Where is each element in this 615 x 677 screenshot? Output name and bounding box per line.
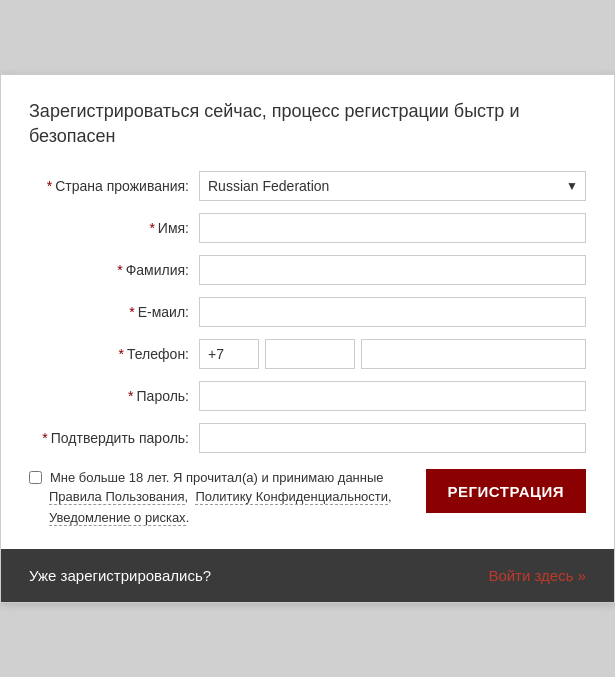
confirm-input[interactable] bbox=[199, 423, 586, 453]
phone-inputs-group bbox=[199, 339, 586, 369]
phone-area-input[interactable] bbox=[265, 339, 355, 369]
surname-row: *Фамилия: bbox=[29, 255, 586, 285]
country-row: *Страна проживания: Russian Federation ▼ bbox=[29, 171, 586, 201]
action-row: Мне больше 18 лет. Я прочитал(а) и прини… bbox=[29, 469, 586, 529]
phone-number-input[interactable] bbox=[361, 339, 586, 369]
phone-label: *Телефон: bbox=[29, 346, 199, 362]
required-star-email: * bbox=[129, 304, 134, 320]
confirm-row: *Подтвердить пароль: bbox=[29, 423, 586, 453]
terms-block: Мне больше 18 лет. Я прочитал(а) и прини… bbox=[29, 469, 414, 529]
password-row: *Пароль: bbox=[29, 381, 586, 411]
password-input[interactable] bbox=[199, 381, 586, 411]
terms-checkbox[interactable] bbox=[29, 471, 42, 484]
risk-link[interactable]: Уведомление о рисках bbox=[49, 510, 186, 526]
country-select[interactable]: Russian Federation bbox=[199, 171, 586, 201]
email-label: *Е-маил: bbox=[29, 304, 199, 320]
register-button[interactable]: РЕГИСТРАЦИЯ bbox=[426, 469, 586, 513]
email-input[interactable] bbox=[199, 297, 586, 327]
name-input[interactable] bbox=[199, 213, 586, 243]
page-title: Зарегистрироваться сейчас, процесс регис… bbox=[29, 99, 586, 149]
required-star-phone: * bbox=[119, 346, 124, 362]
confirm-label: *Подтвердить пароль: bbox=[29, 430, 199, 446]
already-registered-text: Уже зарегистрировались? bbox=[29, 567, 211, 584]
registration-container: Зарегистрироваться сейчас, процесс регис… bbox=[0, 74, 615, 603]
required-star-confirm: * bbox=[42, 430, 47, 446]
required-star-surname: * bbox=[117, 262, 122, 278]
required-star: * bbox=[47, 178, 52, 194]
name-row: *Имя: bbox=[29, 213, 586, 243]
checkbox-links: Правила Пользования, Политику Конфиденци… bbox=[49, 487, 414, 529]
terms-link[interactable]: Правила Пользования bbox=[49, 489, 185, 505]
phone-row: *Телефон: bbox=[29, 339, 586, 369]
login-link[interactable]: Войти здесь » bbox=[488, 567, 586, 584]
privacy-link[interactable]: Политику Конфиденциальности bbox=[195, 489, 388, 505]
form-section: Зарегистрироваться сейчас, процесс регис… bbox=[1, 75, 614, 549]
footer-bar: Уже зарегистрировались? Войти здесь » bbox=[1, 549, 614, 602]
country-select-wrapper: Russian Federation ▼ bbox=[199, 171, 586, 201]
surname-input[interactable] bbox=[199, 255, 586, 285]
required-star-name: * bbox=[149, 220, 154, 236]
name-label: *Имя: bbox=[29, 220, 199, 236]
password-label: *Пароль: bbox=[29, 388, 199, 404]
phone-code-input[interactable] bbox=[199, 339, 259, 369]
country-label: *Страна проживания: bbox=[29, 178, 199, 194]
surname-label: *Фамилия: bbox=[29, 262, 199, 278]
checkbox-text: Мне больше 18 лет. Я прочитал(а) и прини… bbox=[50, 469, 384, 487]
required-star-password: * bbox=[128, 388, 133, 404]
email-row: *Е-маил: bbox=[29, 297, 586, 327]
checkbox-area: Мне больше 18 лет. Я прочитал(а) и прини… bbox=[29, 469, 414, 487]
